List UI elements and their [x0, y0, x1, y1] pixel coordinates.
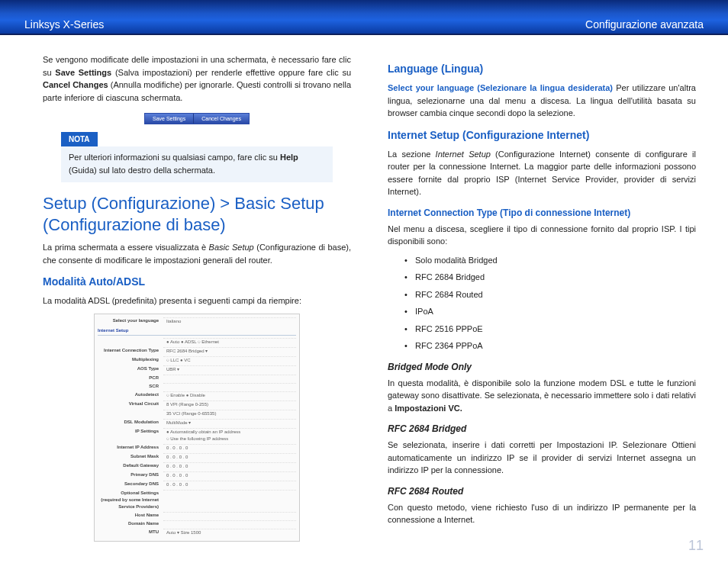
- basic-setup-paragraph: La prima schermata a essere visualizzata…: [43, 241, 351, 266]
- page-number: 11: [688, 538, 704, 554]
- list-item: Solo modalità Bridged: [415, 254, 696, 267]
- button-bar-image: Save Settings Cancel Changes: [43, 111, 351, 124]
- cancel-changes-button[interactable]: Cancel Changes: [193, 114, 249, 124]
- list-item: RFC 2684 Routed: [415, 288, 696, 301]
- adsl-paragraph: La modalità ADSL (predefinita) presenta …: [43, 294, 351, 307]
- heading-language: Language (Lingua): [388, 61, 696, 77]
- list-item: IPoA: [415, 305, 696, 318]
- list-item: RFC 2364 PPPoA: [415, 339, 696, 352]
- heading-bridged-mode: Bridged Mode Only: [388, 360, 696, 374]
- list-item: RFC 2684 Bridged: [415, 271, 696, 284]
- language-paragraph: Select your language (Selezionare la lin…: [388, 82, 696, 120]
- section-heading-h1: Setup (Configurazione) > Basic Setup (Co…: [43, 193, 351, 235]
- internet-setup-paragraph: La sezione Internet Setup (Configurazion…: [388, 148, 696, 198]
- note-body: Per ulteriori informazioni su qualsiasi …: [61, 146, 333, 182]
- connection-type-paragraph: Nel menu a discesa, scegliere il tipo di…: [388, 223, 696, 248]
- connection-type-list: Solo modalità BridgedRFC 2684 BridgedRFC…: [388, 254, 696, 352]
- right-column: Language (Lingua) Select your language (…: [388, 53, 696, 548]
- heading-internet-setup: Internet Setup (Configurazione Internet): [388, 127, 696, 143]
- heading-rfc2684-routed: RFC 2684 Routed: [388, 484, 696, 498]
- header-left: Linksys X-Series: [24, 18, 104, 31]
- heading-connection-type: Internet Connection Type (Tipo di connes…: [388, 206, 696, 220]
- bridged-mode-paragraph: In questa modalità, è disponibile solo l…: [388, 377, 696, 415]
- router-ui-screenshot: Select your languageItaliano Internet Se…: [94, 314, 300, 542]
- rfc2684-bridged-paragraph: Se selezionata, inserire i dati corretti…: [388, 439, 696, 477]
- intro-paragraph: Se vengono modificate delle impostazioni…: [43, 53, 351, 104]
- heading-rfc2684-bridged: RFC 2684 Bridged: [388, 422, 696, 436]
- note-box: NOTA Per ulteriori informazioni su quals…: [61, 132, 333, 182]
- rfc2684-routed-paragraph: Con questo metodo, viene richiesto l'uso…: [388, 501, 696, 526]
- content: Se vengono modificate delle impostazioni…: [0, 35, 728, 548]
- page-header: Linksys X-Series Configurazione avanzata: [0, 0, 728, 35]
- note-head: NOTA: [61, 132, 98, 146]
- list-item: RFC 2516 PPPoE: [415, 323, 696, 336]
- left-column: Se vengono modificate delle impostazioni…: [43, 53, 351, 548]
- subheading-auto-adsl: Modalità Auto/ADSL: [43, 274, 351, 290]
- header-right: Configurazione avanzata: [585, 18, 704, 31]
- save-settings-button[interactable]: Save Settings: [145, 114, 193, 124]
